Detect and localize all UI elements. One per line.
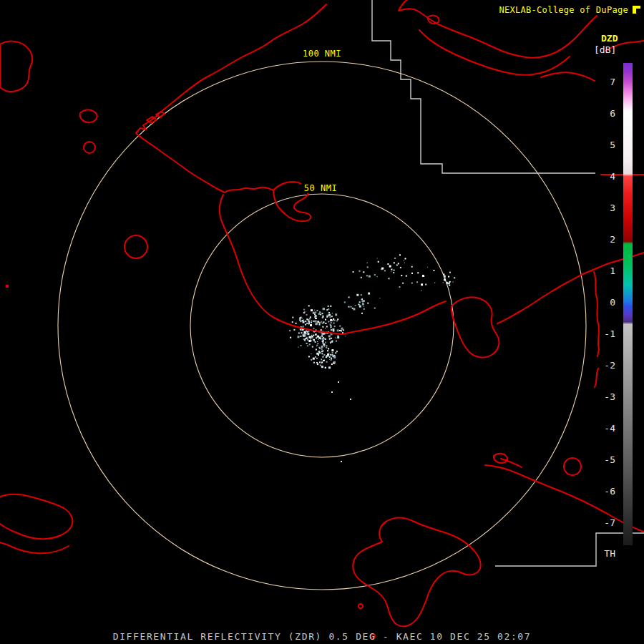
range-ring-label-50: 50 NMI <box>301 183 340 193</box>
coastline-west-to-center <box>220 195 342 334</box>
island-west <box>80 110 97 123</box>
colorbar-tick-label: 6 <box>581 109 615 119</box>
colorbar <box>623 63 633 545</box>
brand-text: NEXLAB-College of DuPage <box>499 5 628 15</box>
colorbar-threshold-label: TH <box>581 548 615 559</box>
cod-logo-icon <box>631 4 642 15</box>
islet-bottom-1 <box>358 604 363 608</box>
boundary-northeast <box>497 253 644 323</box>
range-rings <box>58 62 586 590</box>
colorbar-tick-label: 1 <box>581 266 615 276</box>
colorbar-tick-label: -7 <box>581 518 615 528</box>
range-ring-100 <box>58 62 586 590</box>
coast-horizontal <box>225 187 273 192</box>
map-boundaries-red <box>0 0 644 638</box>
colorbar-tick-label: -5 <box>581 455 615 465</box>
header: NEXLAB-College of DuPage <box>499 4 642 15</box>
island-circle-large <box>125 235 147 258</box>
island-circle-small <box>84 142 95 153</box>
colorbar-tick-label: 3 <box>581 203 615 213</box>
coastline-bottomright <box>485 465 644 532</box>
boundary-blob-east <box>452 297 499 357</box>
colorbar-tick-label: -4 <box>581 424 615 434</box>
colorbar-tick-label: 0 <box>581 298 615 308</box>
range-ring-50 <box>190 194 454 457</box>
radar-echoes <box>289 254 455 462</box>
radar-display: NEXLAB-College of DuPage DZD [dB] 765432… <box>0 0 644 644</box>
range-ring-label-100: 100 NMI <box>300 49 344 59</box>
colorbar-tick-label: 2 <box>581 235 615 245</box>
coastline-center-east <box>342 301 446 334</box>
boundary-right-short <box>595 369 598 387</box>
colorbar-tick-label: -2 <box>581 361 615 371</box>
county-line-topright <box>372 0 595 173</box>
colorbar-tick-label: 5 <box>581 140 615 150</box>
colorbar-product-label: DZD <box>601 33 618 44</box>
island-small-2 <box>156 112 165 117</box>
colorbar-tick-label: -3 <box>581 392 615 402</box>
boundary-right-vertical <box>594 272 599 356</box>
colorbar-tick-label: -6 <box>581 487 615 497</box>
county-line-bottomright <box>495 533 644 566</box>
islet-left-edge <box>6 285 9 288</box>
coastline-northwest <box>136 4 326 192</box>
colorbar-tick-label: 7 <box>581 77 615 87</box>
colorbar-tick-label: 4 <box>581 172 615 182</box>
coastline-bottomleft-1 <box>0 494 72 539</box>
colorbar-units-label: [dB] <box>594 44 616 55</box>
colorbar-tick-label: -1 <box>581 329 615 339</box>
coastline-bottomleft-2 <box>0 542 69 553</box>
island-circle-bottomright <box>564 458 581 475</box>
coastline-topright-2 <box>419 30 570 75</box>
radar-map <box>0 0 644 644</box>
product-caption: DIFFERENTIAL REFLECTIVITY (ZDR) 0.5 DEG … <box>0 631 644 642</box>
island-topleft-corner <box>0 42 32 92</box>
